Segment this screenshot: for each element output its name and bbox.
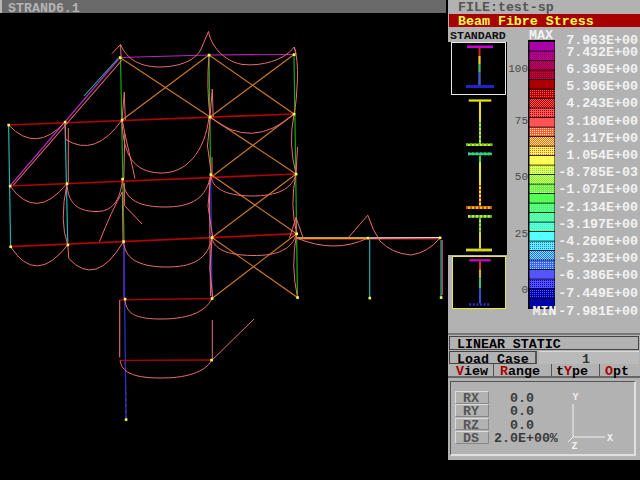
svg-text:X: X [607,433,613,444]
svg-text:Z: Z [572,441,578,450]
svg-text:Y: Y [573,392,579,403]
